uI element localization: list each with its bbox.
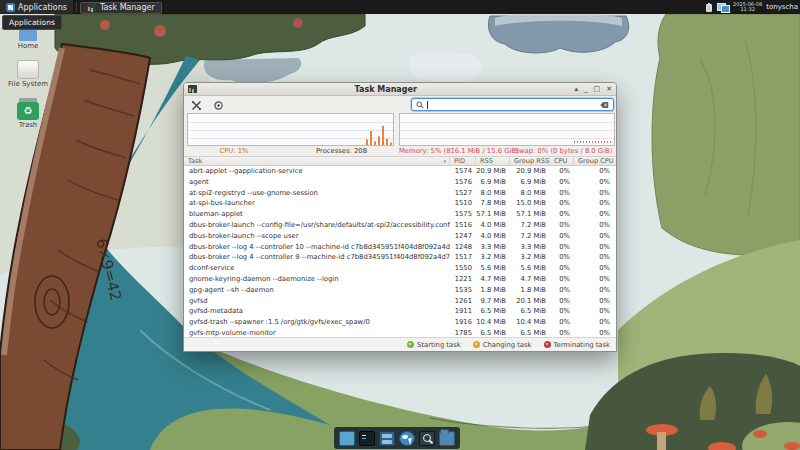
cpu-cell: 0%: [550, 274, 574, 285]
table-row[interactable]: dconf-service15505.6 MiB5.6 MiB0%0%: [184, 263, 616, 274]
home-folder-icon: [19, 29, 37, 41]
table-row[interactable]: at-spi-bus-launcher15107.8 MiB15.0 MiB0%…: [184, 198, 616, 209]
table-row[interactable]: agent15766.9 MiB6.9 MiB0%0%: [184, 177, 616, 188]
group-cpu-cell: 0%: [574, 209, 616, 220]
clear-search-icon[interactable]: [600, 101, 609, 109]
pid-cell: 1247: [450, 231, 476, 242]
table-row[interactable]: gvfsd12619.7 MiB20.1 MiB0%0%: [184, 296, 616, 307]
group-cpu-cell: 0%: [574, 317, 616, 328]
column-header-group-rss[interactable]: Group RSS: [510, 157, 550, 165]
search-input[interactable]: [411, 98, 614, 111]
task-cell: abrt-applet --gapplication-service: [184, 166, 450, 177]
task-cell: gvfsd-trash --spawner :1.5 /org/gtk/gvfs…: [184, 317, 450, 328]
task-cell: dbus-broker --log 4 --controller 9 --mac…: [184, 252, 450, 263]
cpu-cell: 0%: [550, 306, 574, 317]
shade-button[interactable]: ▴: [574, 86, 578, 93]
table-row[interactable]: dbus-broker --log 4 --controller 9 --mac…: [184, 252, 616, 263]
window-icon[interactable]: [339, 431, 355, 446]
group-cpu-cell: 0%: [574, 306, 616, 317]
cpu-cell: 0%: [550, 177, 574, 188]
desktop-icon-home[interactable]: Home: [0, 29, 56, 50]
table-row[interactable]: at-spi2-registryd --use-gnome-session152…: [184, 188, 616, 199]
window-toolbar: [184, 97, 616, 113]
task-cell: gpg-agent --sh --daemon: [184, 285, 450, 296]
taskbar-item-task-manager[interactable]: Task Manager: [80, 2, 162, 14]
legend-changing-task: Changing task: [473, 341, 532, 349]
column-header-pid[interactable]: PID: [450, 157, 476, 165]
pid-cell: 1221: [450, 274, 476, 285]
cpu-cell: 0%: [550, 188, 574, 199]
window-titlebar[interactable]: Task Manager ▴ _ □ ✕: [184, 83, 616, 96]
group-cpu-cell: 0%: [574, 198, 616, 209]
table-row[interactable]: dbus-broker-launch --scope user12474.0 M…: [184, 231, 616, 242]
tools-icon: [191, 100, 202, 111]
applications-menu-button[interactable]: Applications: [0, 0, 73, 14]
username-label[interactable]: tonyscha: [766, 3, 798, 11]
network-icon[interactable]: [717, 3, 729, 12]
column-header-task[interactable]: Task▾: [184, 157, 450, 165]
column-header-cpu[interactable]: CPU: [550, 157, 574, 165]
desktop-icon-trash[interactable]: ♻ Trash: [0, 98, 56, 129]
minimize-button[interactable]: _: [584, 86, 588, 93]
table-row[interactable]: gvfsd-metadata19116.5 MiB6.5 MiB0%0%: [184, 306, 616, 317]
pid-cell: 1550: [450, 263, 476, 274]
task-manager-icon: [87, 4, 96, 12]
close-button[interactable]: ✕: [606, 86, 612, 93]
app-finder-icon[interactable]: [419, 431, 435, 446]
pid-cell: 1516: [450, 220, 476, 231]
text-caret: [427, 101, 428, 109]
rss-cell: 9.7 MiB: [476, 296, 510, 307]
pid-cell: 1510: [450, 198, 476, 209]
trash-icon: ♻: [17, 98, 39, 120]
memory-stat: Memory: 5% (816.1 MiB / 15.6 GiB): [399, 146, 509, 156]
clock[interactable]: 2025-06-08 11:32: [733, 2, 762, 12]
group-rss-cell: 4.7 MiB: [510, 274, 550, 285]
group-cpu-cell: 0%: [574, 231, 616, 242]
identify-window-button[interactable]: [211, 99, 225, 112]
table-row[interactable]: gvfsd-trash --spawner :1.5 /org/gtk/gvfs…: [184, 317, 616, 328]
maximize-button[interactable]: □: [594, 86, 601, 93]
task-cell: gvfsd: [184, 296, 450, 307]
task-cell: dbus-broker-launch --scope user: [184, 231, 450, 242]
settings-button[interactable]: [189, 99, 203, 112]
cpu-cell: 0%: [550, 296, 574, 307]
rss-cell: 6.5 MiB: [476, 306, 510, 317]
desktop-icon-file-system[interactable]: File System: [0, 60, 56, 88]
group-cpu-cell: 0%: [574, 188, 616, 199]
column-header-rss[interactable]: RSS: [476, 157, 510, 165]
pid-cell: 1911: [450, 306, 476, 317]
applications-menu-label: Applications: [18, 3, 67, 12]
target-icon: [213, 100, 224, 111]
group-rss-cell: 6.9 MiB: [510, 177, 550, 188]
taskbar-item-label: Task Manager: [100, 3, 155, 12]
pid-cell: 1575: [450, 209, 476, 220]
table-row[interactable]: gpg-agent --sh --daemon15351.8 MiB1.8 Mi…: [184, 285, 616, 296]
legend-starting-task: Starting task: [407, 341, 461, 349]
rss-cell: 3.3 MiB: [476, 242, 510, 253]
group-rss-cell: 7.2 MiB: [510, 231, 550, 242]
table-row[interactable]: blueman-applet157557.1 MiB57.1 MiB0%0%: [184, 209, 616, 220]
table-row[interactable]: dbus-broker --log 4 --controller 10 --ma…: [184, 242, 616, 253]
rss-cell: 4.0 MiB: [476, 231, 510, 242]
processes-stat: Processes: 208: [284, 146, 399, 156]
rss-cell: 57.1 MiB: [476, 209, 510, 220]
file-cabinet-icon[interactable]: [379, 431, 395, 446]
group-rss-cell: 1.8 MiB: [510, 285, 550, 296]
task-cell: dbus-broker --log 4 --controller 10 --ma…: [184, 242, 450, 253]
top-panel: Applications Task Manager 2025-06-08 11:…: [0, 0, 800, 14]
pid-cell: 1527: [450, 188, 476, 199]
folder-icon[interactable]: [439, 431, 455, 446]
group-rss-cell: 3.3 MiB: [510, 242, 550, 253]
cpu-sparkline: [188, 114, 393, 145]
table-row[interactable]: gnome-keyring-daemon --daemonize --login…: [184, 274, 616, 285]
cpu-cell: 0%: [550, 209, 574, 220]
cpu-cell: 0%: [550, 198, 574, 209]
terminal-icon[interactable]: [359, 431, 375, 446]
battery-icon[interactable]: [705, 3, 713, 12]
table-row[interactable]: abrt-applet --gapplication-service157420…: [184, 166, 616, 177]
cpu-cell: 0%: [550, 285, 574, 296]
table-row[interactable]: dbus-broker-launch --config-file=/usr/sh…: [184, 220, 616, 231]
group-rss-cell: 7.2 MiB: [510, 220, 550, 231]
web-browser-icon[interactable]: [399, 431, 415, 446]
column-header-group-cpu[interactable]: Group CPU: [574, 157, 616, 165]
